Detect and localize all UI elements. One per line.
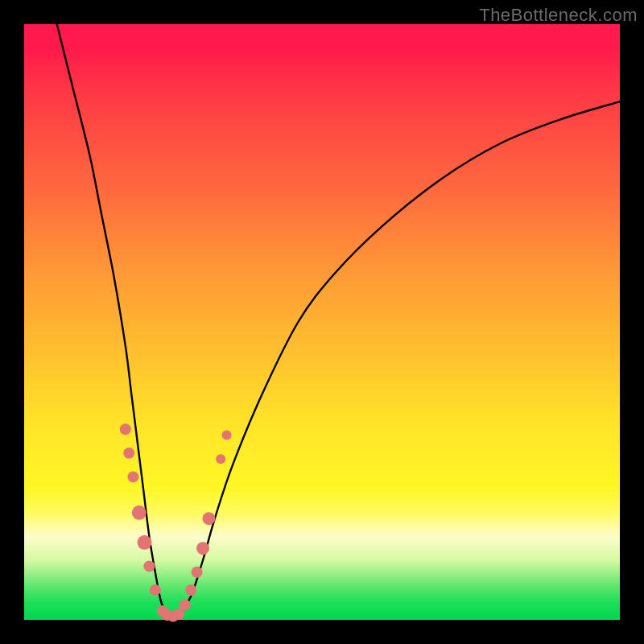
- bottleneck-curve: [54, 12, 620, 617]
- marker-left-1: [120, 423, 131, 435]
- marker-right-2: [192, 567, 203, 578]
- data-markers: [120, 423, 232, 621]
- marker-bottom-5: [180, 600, 191, 611]
- outer-frame: TheBottleneck.com: [0, 0, 644, 644]
- marker-left-4: [132, 506, 147, 520]
- plot-area: [24, 24, 620, 620]
- curve-svg: [24, 24, 620, 620]
- marker-left-5: [137, 535, 151, 550]
- marker-left-6: [143, 560, 155, 572]
- marker-right-4: [202, 512, 215, 525]
- watermark-text: TheBottleneck.com: [479, 5, 638, 26]
- marker-right-3: [196, 542, 209, 555]
- marker-left-3: [127, 471, 138, 482]
- marker-right-6: [222, 431, 232, 440]
- marker-left-7: [150, 584, 161, 596]
- marker-left-2: [123, 448, 134, 459]
- marker-right-5: [216, 454, 225, 464]
- marker-right-1: [185, 584, 196, 596]
